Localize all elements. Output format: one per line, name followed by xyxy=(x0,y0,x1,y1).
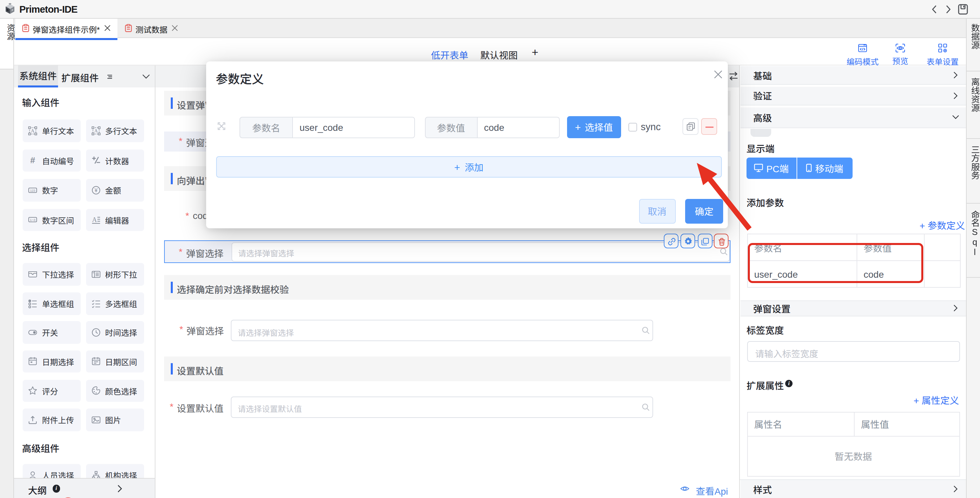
svg-text:1~3: 1~3 xyxy=(30,218,35,222)
svg-text:A: A xyxy=(94,128,98,134)
svg-text:#: # xyxy=(30,156,35,165)
svg-text:¥: ¥ xyxy=(94,187,97,193)
svg-text:A: A xyxy=(31,128,35,134)
svg-text:123: 123 xyxy=(30,189,35,192)
svg-text:A: A xyxy=(92,216,97,223)
